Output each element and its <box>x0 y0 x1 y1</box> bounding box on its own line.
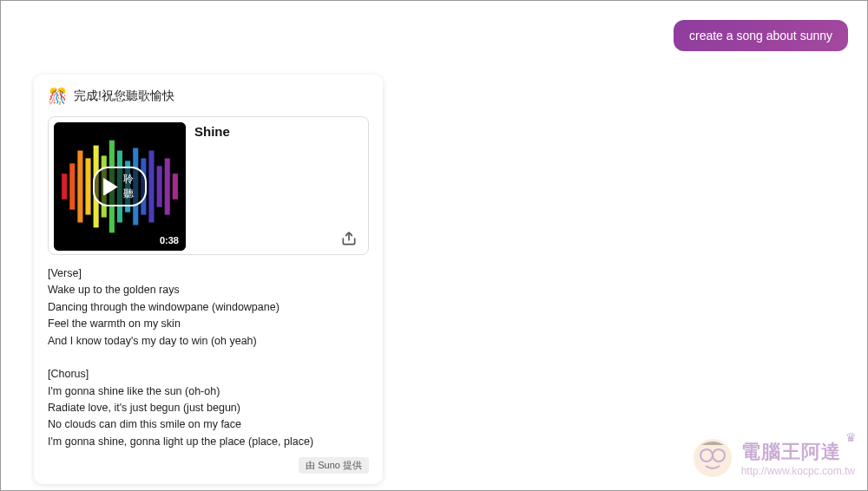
svg-rect-2 <box>69 163 75 209</box>
song-card: 🎊 完成!祝您聽歌愉快 <box>34 75 383 484</box>
svg-rect-4 <box>85 158 90 214</box>
svg-rect-15 <box>173 173 178 200</box>
svg-rect-13 <box>157 166 162 206</box>
crown-icon: ♛ <box>845 430 857 444</box>
svg-rect-3 <box>77 151 82 223</box>
lyrics-text: [Verse] Wake up to the golden rays Danci… <box>48 265 369 450</box>
svg-rect-1 <box>62 173 67 200</box>
svg-point-16 <box>694 439 732 477</box>
play-button[interactable]: 聆聽 <box>93 167 147 206</box>
share-button[interactable] <box>340 230 358 247</box>
watermark: ♛ 電腦王阿達 http://www.kocpc.com.tw <box>691 436 855 480</box>
svg-point-17 <box>700 449 713 462</box>
play-label: 聆聽 <box>123 172 135 201</box>
svg-rect-14 <box>165 158 170 214</box>
play-icon <box>102 178 120 196</box>
avatar-icon <box>691 436 734 480</box>
user-message-bubble: create a song about sunny <box>674 20 848 51</box>
user-message-text: create a song about sunny <box>689 29 832 43</box>
svg-rect-12 <box>148 151 154 223</box>
duration-text: 0:38 <box>160 235 179 245</box>
watermark-url: http://www.kocpc.com.tw <box>741 465 855 477</box>
svg-point-18 <box>713 449 725 462</box>
share-icon <box>340 230 358 247</box>
provider-row: 由 Suno 提供 <box>48 457 369 474</box>
player-panel: 聆聽 0:38 Shine <box>48 116 369 255</box>
album-art: 聆聽 0:38 <box>54 122 186 251</box>
confetti-icon: 🎊 <box>48 87 67 106</box>
card-header: 🎊 完成!祝您聽歌愉快 <box>48 87 369 106</box>
song-title: Shine <box>194 122 230 139</box>
provider-badge: 由 Suno 提供 <box>299 457 369 474</box>
card-header-text: 完成!祝您聽歌愉快 <box>74 88 174 104</box>
watermark-title: 電腦王阿達 <box>741 439 855 465</box>
